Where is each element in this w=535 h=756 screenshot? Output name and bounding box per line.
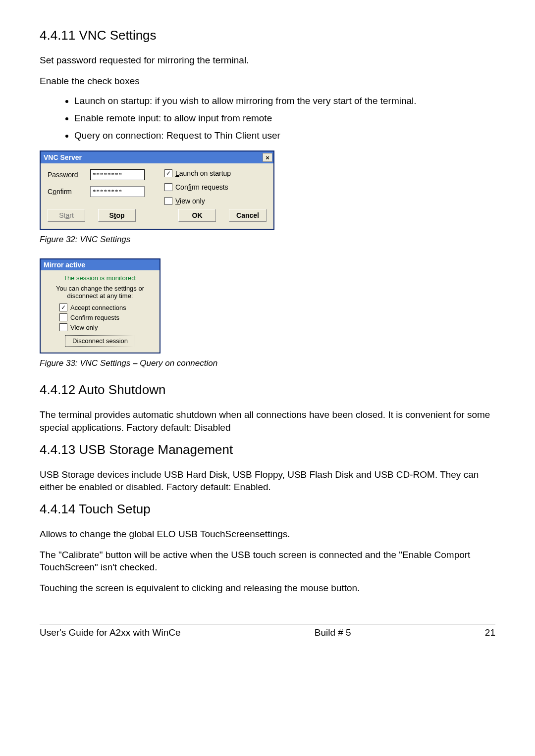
paragraph: The terminal provides automatic shutdown…: [40, 408, 495, 434]
confirm-requests-label: Confirm requests: [70, 314, 119, 321]
view-only-checkbox[interactable]: [59, 323, 67, 331]
dialog-title: VNC Server: [44, 153, 82, 161]
paragraph: Enable the check boxes: [40, 75, 495, 88]
confirm-requests-label: Confirm requests: [175, 183, 228, 191]
paragraph: The "Calibrate" button will be active wh…: [40, 549, 495, 574]
stop-button[interactable]: Stop: [98, 209, 136, 222]
paragraph: Touching the screen is equivalent to cli…: [40, 582, 495, 595]
heading-4-4-14: 4.4.14 Touch Setup: [40, 502, 495, 517]
accept-connections-label: Accept connections: [70, 304, 126, 311]
ok-button[interactable]: OK: [178, 209, 216, 222]
heading-4-4-13: 4.4.13 USB Storage Management: [40, 442, 495, 457]
accept-connections-checkbox[interactable]: ✓: [59, 303, 67, 311]
confirm-input[interactable]: [90, 186, 145, 197]
view-only-checkbox[interactable]: [164, 197, 172, 205]
figure-caption: Figure 33: VNC Settings – Query on conne…: [40, 358, 495, 368]
footer-right: 21: [485, 627, 495, 638]
view-only-label: View only: [70, 324, 98, 331]
list-item: Query on connection: Request to Thin Cli…: [74, 130, 495, 142]
paragraph: USB Storage devices include USB Hard Dis…: [40, 468, 495, 494]
footer-center: Build # 5: [315, 627, 351, 638]
paragraph: Allows to change the global ELO USB Touc…: [40, 528, 495, 541]
titlebar: VNC Server ×: [41, 151, 273, 163]
confirm-requests-checkbox[interactable]: [164, 183, 172, 191]
paragraph: Set password requested for mirroring the…: [40, 54, 495, 67]
password-label: Password: [48, 171, 83, 179]
view-only-label: View only: [175, 197, 205, 205]
confirm-requests-checkbox[interactable]: [59, 313, 67, 321]
vnc-server-dialog: VNC Server × Password Confirm ✓: [40, 151, 274, 230]
titlebar: Mirror active: [41, 259, 160, 270]
list-item: Enable remote input: to allow input from…: [74, 112, 495, 125]
close-icon[interactable]: ×: [263, 153, 272, 162]
launch-checkbox[interactable]: ✓: [164, 169, 172, 177]
launch-checkbox-label: Launch on startup: [175, 169, 231, 177]
heading-4-4-12: 4.4.12 Auto Shutdown: [40, 382, 495, 398]
instruction-text: You can change the settings or disconnec…: [45, 285, 156, 300]
figure-caption: Figure 32: VNC Settings: [40, 235, 495, 245]
confirm-label: Confirm: [48, 188, 83, 196]
heading-4-4-11: 4.4.11 VNC Settings: [40, 28, 495, 43]
mirror-active-dialog: Mirror active The session is monitored: …: [40, 258, 160, 353]
disconnect-session-button[interactable]: Disconnect session: [65, 335, 135, 347]
monitored-text: The session is monitored:: [45, 274, 156, 282]
list-item: Launch on startup: if you wish to allow …: [74, 95, 495, 107]
footer-left: User's Guide for A2xx with WinCe: [40, 627, 181, 638]
dialog-title: Mirror active: [44, 261, 85, 269]
cancel-button[interactable]: Cancel: [229, 209, 267, 222]
start-button: Start: [48, 209, 85, 222]
password-input[interactable]: [90, 169, 145, 180]
